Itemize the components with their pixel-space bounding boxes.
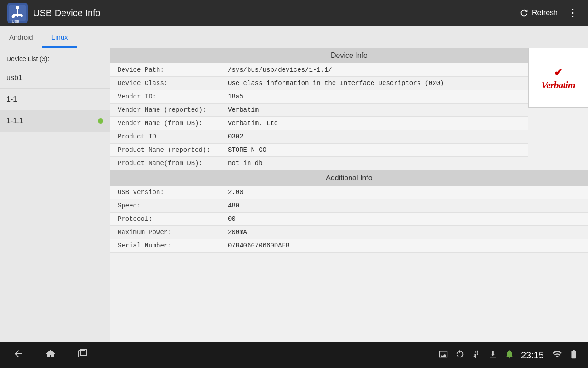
- device-info-table: Device Path:/sys/bus/usb/devices/1-1.1/D…: [110, 63, 528, 170]
- svg-rect-3: [17, 9, 18, 17]
- recents-button[interactable]: [74, 346, 92, 364]
- info-label: Protocol:: [118, 215, 228, 223]
- tabs-bar: Android Linux: [0, 26, 588, 48]
- sidebar-item-1-1[interactable]: 1-1: [0, 89, 110, 110]
- tab-android[interactable]: Android: [0, 28, 42, 48]
- sidebar-item-label: 1-1.1: [6, 117, 23, 125]
- info-value: 07B406070660DAEB: [228, 242, 581, 249]
- svg-text:USB: USB: [12, 19, 19, 23]
- device-info-row: Vendor Name (reported):Verbatim: [110, 104, 528, 117]
- info-value: 480: [228, 202, 581, 209]
- info-label: Product Name(from DB):: [118, 160, 228, 167]
- refresh-label: Refresh: [532, 9, 558, 17]
- svg-point-2: [16, 6, 19, 9]
- additional-info-row: Maximum Power:200mA: [110, 226, 588, 239]
- device-info-row: Device Path:/sys/bus/usb/devices/1-1.1/: [110, 63, 528, 77]
- info-value: /sys/bus/usb/devices/1-1.1/: [228, 66, 521, 74]
- info-value: 0302: [228, 133, 521, 140]
- additional-info-section: Additional Info USB Version:2.00Speed:48…: [110, 170, 588, 253]
- detail-panel: Device Info ✔ Verbatim Device Path:/sys/…: [110, 48, 588, 342]
- info-label: Speed:: [118, 202, 228, 209]
- svg-rect-8: [21, 14, 22, 17]
- content-area: Android Linux Device List (3): usb1 1-1 …: [0, 26, 588, 342]
- svg-point-6: [12, 15, 15, 18]
- bottom-bar: 23:15: [0, 342, 588, 368]
- sidebar: Device List (3): usb1 1-1 1-1.1: [0, 48, 110, 342]
- info-value: 200mA: [228, 229, 581, 236]
- info-value: 2.00: [228, 189, 581, 196]
- info-label: Device Class:: [118, 80, 228, 87]
- device-info-row: Device Class:Use class information in th…: [110, 77, 528, 90]
- additional-info-row: Serial Number:07B406070660DAEB: [110, 239, 588, 253]
- usb-icon: [471, 349, 481, 362]
- info-value: STORE N GO: [228, 146, 521, 154]
- wifi-icon: [552, 349, 562, 362]
- back-button[interactable]: [9, 346, 28, 364]
- info-label: Device Path:: [118, 66, 228, 74]
- clock-display: 23:15: [521, 350, 544, 361]
- device-info-header: Device Info: [110, 48, 588, 63]
- main-layout: Device List (3): usb1 1-1 1-1.1 Device I…: [0, 48, 588, 342]
- info-value: 18a5: [228, 93, 521, 100]
- tab-linux[interactable]: Linux: [42, 28, 77, 48]
- device-info-row: Vendor Name (from DB):Verbatim, Ltd: [110, 117, 528, 130]
- screenshot-icon: [438, 349, 448, 362]
- sidebar-item-label: usb1: [6, 74, 23, 82]
- info-value: not in db: [228, 160, 521, 167]
- notification-icon: [504, 349, 514, 362]
- more-options-button[interactable]: ⋮: [563, 3, 582, 23]
- refresh-button[interactable]: Refresh: [514, 4, 563, 22]
- app-logo: USB: [6, 1, 29, 25]
- device-info-rows: Device Path:/sys/bus/usb/devices/1-1.1/D…: [110, 63, 588, 170]
- home-button[interactable]: [41, 346, 60, 364]
- sidebar-item-1-1-1[interactable]: 1-1.1: [0, 110, 110, 132]
- info-value: 00: [228, 215, 581, 223]
- sidebar-item-label: 1-1: [6, 95, 17, 104]
- active-dot-indicator: [98, 118, 103, 124]
- additional-info-table: USB Version:2.00Speed:480Protocol:00Maxi…: [110, 186, 588, 253]
- device-info-row: Product Name(from DB):not in db: [110, 157, 528, 170]
- info-value: Verbatim: [228, 106, 521, 114]
- device-info-row: Vendor ID:18a5: [110, 90, 528, 104]
- info-label: Serial Number:: [118, 242, 228, 249]
- info-label: Vendor ID:: [118, 93, 228, 100]
- additional-info-row: Speed:480: [110, 199, 588, 213]
- device-list-header: Device List (3):: [0, 53, 110, 67]
- additional-info-row: USB Version:2.00: [110, 186, 588, 199]
- nav-buttons: [9, 346, 438, 364]
- device-info-row: Product ID:0302: [110, 130, 528, 144]
- vendor-logo: ✔ Verbatim: [528, 48, 588, 108]
- sidebar-item-usb1[interactable]: usb1: [0, 67, 110, 89]
- additional-info-row: Protocol:00: [110, 213, 588, 226]
- battery-icon: [569, 349, 579, 362]
- info-label: USB Version:: [118, 189, 228, 196]
- additional-info-header: Additional Info: [110, 170, 588, 186]
- info-value: Verbatim, Ltd: [228, 120, 521, 127]
- info-label: Product ID:: [118, 133, 228, 140]
- info-label: Maximum Power:: [118, 229, 228, 236]
- device-info-row: Product Name (reported):STORE N GO: [110, 144, 528, 157]
- info-label: Product Name (reported):: [118, 146, 228, 154]
- top-bar: USB USB Device Info Refresh ⋮: [0, 0, 588, 26]
- info-value: Use class information in the Interface D…: [228, 80, 521, 87]
- info-label: Vendor Name (reported):: [118, 106, 228, 114]
- rotate-icon: [455, 349, 465, 362]
- status-icons: 23:15: [438, 349, 579, 362]
- download-icon: [488, 349, 498, 362]
- app-title: USB Device Info: [33, 8, 514, 18]
- info-label: Vendor Name (from DB):: [118, 120, 228, 127]
- device-info-section: Device Info ✔ Verbatim Device Path:/sys/…: [110, 48, 588, 170]
